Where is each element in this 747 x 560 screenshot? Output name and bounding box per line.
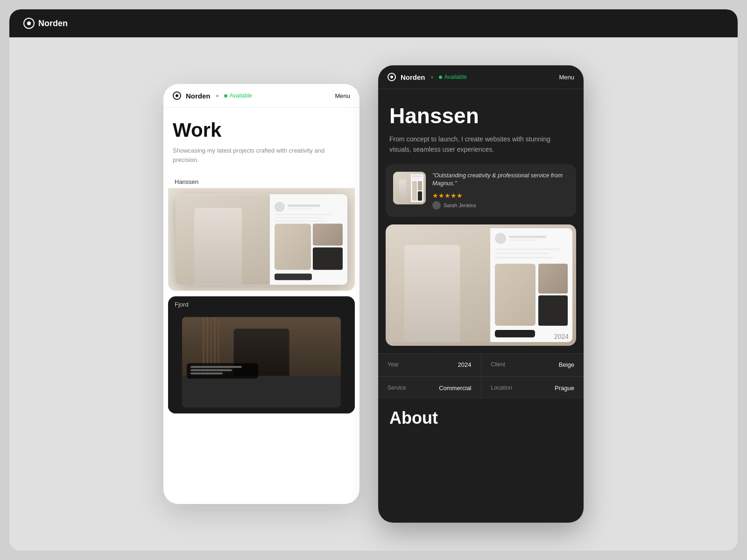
- hanssen-thumb-2: [313, 248, 343, 270]
- left-hero-title: Work: [173, 119, 350, 141]
- review-author: Sarah Jenkins: [432, 201, 569, 210]
- info-label-location: Location: [491, 385, 512, 391]
- info-value-location: Prague: [555, 385, 574, 392]
- review-card: "Outstanding creativity & professional s…: [386, 164, 576, 217]
- info-value-year: 2024: [458, 361, 472, 368]
- hanssen-card[interactable]: Hanssen: [168, 174, 355, 291]
- right-hero-subtitle: From concept to launch, I create website…: [389, 134, 572, 155]
- review-avatar: [432, 201, 441, 210]
- info-cell-client: Client Beige: [481, 354, 584, 376]
- left-hero: Work Showcasing my latest projects craft…: [163, 108, 359, 174]
- left-phone: Norden Available Menu Work Showcasing my…: [163, 84, 359, 504]
- right-hero-title: Hanssen: [389, 103, 572, 128]
- hanssen-ss-right-inner: [275, 224, 343, 270]
- fjord-textbox: [187, 363, 258, 378]
- left-menu[interactable]: Menu: [335, 92, 350, 99]
- about-section: About: [378, 399, 584, 437]
- logo-mark: [23, 18, 35, 29]
- right-phone: Norden Available Menu Hanssen From conce…: [378, 65, 584, 523]
- top-bar: Norden: [9, 9, 738, 37]
- left-logo-mark: [173, 91, 181, 100]
- left-available: Available: [224, 92, 252, 99]
- review-stars: ★★★★★: [432, 192, 569, 199]
- fjord-screenshot-sim: [182, 317, 341, 407]
- right-available-dot: [439, 76, 442, 79]
- hanssen-thumb-side: [313, 224, 343, 270]
- info-grid: Year 2024 Client Beige Service Commercia…: [378, 353, 584, 399]
- main-screenshot-sim: [389, 228, 572, 342]
- fjord-image: [168, 311, 355, 413]
- info-label-client: Client: [491, 361, 506, 368]
- info-cell-service: Service Commercial: [378, 377, 481, 399]
- hanssen-image: [168, 188, 355, 291]
- hanssen-thumb-1: [313, 224, 343, 245]
- main-area: Norden Available Menu Work Showcasing my…: [9, 37, 738, 551]
- right-logo-dot: [390, 76, 393, 78]
- info-cell-location: Location Prague: [481, 377, 584, 399]
- left-separator: [216, 95, 218, 97]
- brand-name: Norden: [38, 19, 68, 28]
- review-text: "Outstanding creativity & professional s…: [432, 172, 569, 188]
- year-badge: 2024: [554, 333, 569, 340]
- left-logo-dot: [176, 94, 178, 97]
- available-dot: [224, 94, 227, 98]
- right-menu[interactable]: Menu: [559, 74, 574, 81]
- logo-inner-dot: [27, 21, 31, 25]
- review-name: Sarah Jenkins: [444, 203, 476, 208]
- right-logo-mark: [388, 73, 396, 81]
- hanssen-ss-right: [270, 194, 347, 285]
- left-brand: Norden: [186, 92, 211, 100]
- left-phone-nav: Norden Available Menu: [163, 84, 359, 108]
- info-label-year: Year: [388, 361, 399, 368]
- hanssen-screenshot-sim: [176, 194, 347, 285]
- left-hero-subtitle: Showcasing my latest projects crafted wi…: [173, 146, 350, 164]
- info-label-service: Service: [388, 385, 406, 391]
- right-hero: Hanssen From concept to launch, I create…: [378, 89, 584, 164]
- right-brand: Norden: [401, 73, 425, 81]
- right-available: Available: [439, 74, 467, 80]
- right-phone-nav: Norden Available Menu: [378, 65, 584, 89]
- right-separator: [431, 76, 433, 78]
- hanssen-thumb-main: [275, 224, 311, 270]
- info-cell-year: Year 2024: [378, 354, 481, 376]
- info-value-client: Beige: [559, 361, 574, 368]
- info-value-service: Commercial: [439, 385, 471, 392]
- review-content: "Outstanding creativity & professional s…: [432, 172, 569, 210]
- fjord-card[interactable]: Fjord: [168, 296, 355, 413]
- review-thumbnail: [393, 172, 426, 204]
- main-screenshot: 2024: [386, 224, 576, 346]
- hanssen-label: Hanssen: [168, 174, 355, 188]
- fjord-label: Fjord: [168, 296, 355, 311]
- hanssen-figure: [194, 208, 241, 285]
- about-title: About: [389, 408, 572, 428]
- outer-container: Norden Norden Available Menu Work: [9, 9, 738, 551]
- hanssen-ss-left: [176, 194, 270, 285]
